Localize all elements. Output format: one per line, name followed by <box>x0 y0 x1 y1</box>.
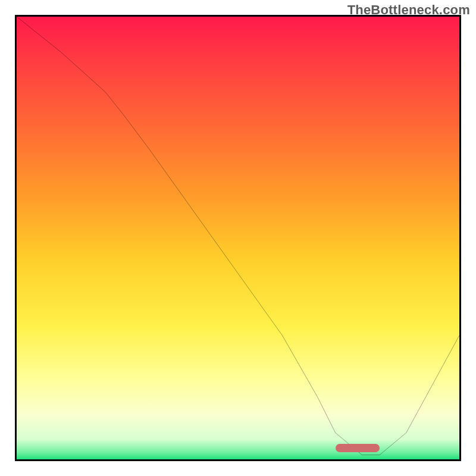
optimal-marker <box>336 444 380 452</box>
watermark-text: TheBottleneck.com <box>347 2 470 18</box>
chart-plot-area <box>15 15 461 461</box>
bottleneck-curve <box>17 17 459 455</box>
curve-layer <box>17 17 459 459</box>
